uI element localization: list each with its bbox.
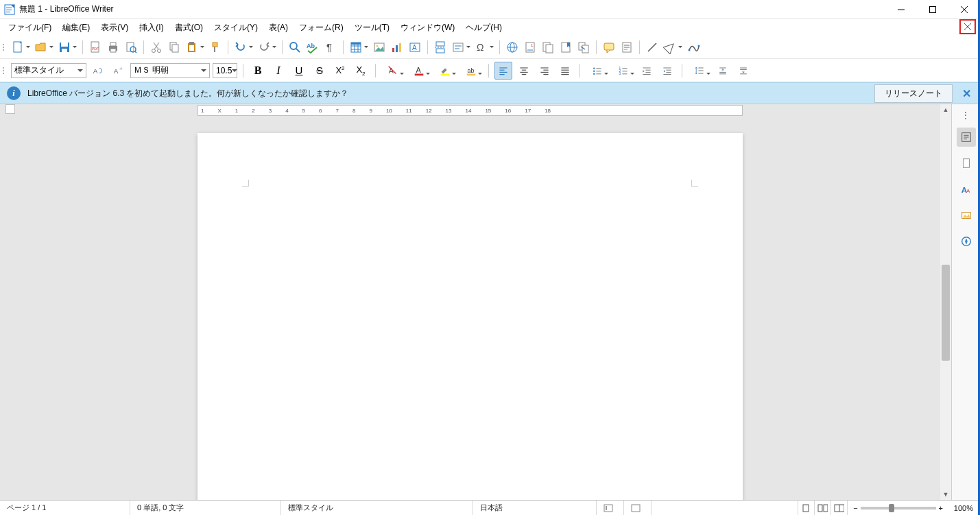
sidebar-styles-button[interactable]: AA <box>957 180 976 199</box>
menu-window[interactable]: ウィンドウ(W) <box>395 21 460 35</box>
menu-form[interactable]: フォーム(R) <box>294 21 349 35</box>
menu-edit[interactable]: 編集(E) <box>57 21 95 35</box>
comment-button[interactable] <box>601 39 617 56</box>
infobar-close-button[interactable]: ✕ <box>959 87 973 100</box>
hyperlink-button[interactable] <box>504 39 521 56</box>
clone-formatting-button[interactable] <box>207 39 224 56</box>
maximize-button[interactable] <box>917 0 948 19</box>
sidebar-gallery-button[interactable] <box>957 206 976 225</box>
basic-shapes-button[interactable] <box>662 39 684 56</box>
document-scroll-area[interactable] <box>0 117 940 500</box>
strikethrough-button[interactable]: S <box>311 62 328 80</box>
insert-textbox-button[interactable]: A <box>407 39 423 56</box>
status-word-count[interactable]: 0 単語, 0 文字 <box>130 501 281 515</box>
document-page[interactable] <box>198 133 743 500</box>
redo-button[interactable] <box>256 39 278 56</box>
copy-button[interactable] <box>166 39 182 56</box>
formatting-marks-button[interactable]: ¶ <box>322 39 339 56</box>
status-signature[interactable] <box>652 501 798 515</box>
insert-chart-button[interactable] <box>389 39 405 56</box>
document-close-button[interactable] <box>959 19 976 34</box>
draw-functions-button[interactable] <box>685 39 702 56</box>
zoom-slider[interactable] <box>861 507 936 510</box>
cross-reference-button[interactable] <box>575 39 592 56</box>
release-notes-button[interactable]: リリースノート <box>874 84 953 103</box>
status-view-book-button[interactable] <box>831 501 848 515</box>
menu-style[interactable]: スタイル(Y) <box>208 21 263 35</box>
status-view-multi-button[interactable] <box>815 501 831 515</box>
menu-file[interactable]: ファイル(F) <box>3 21 57 35</box>
print-preview-button[interactable] <box>123 39 139 56</box>
paragraph-style-combo[interactable]: 標準スタイル <box>11 63 86 78</box>
paste-button[interactable] <box>184 39 206 56</box>
number-list-button[interactable]: 123 <box>612 62 635 80</box>
clear-formatting-button[interactable]: A <box>381 62 405 80</box>
underline-button[interactable]: U <box>290 62 308 80</box>
track-changes-button[interactable] <box>619 39 635 56</box>
font-color-button[interactable]: A <box>407 62 431 80</box>
undo-button[interactable] <box>232 39 254 56</box>
line-spacing-button[interactable] <box>688 62 711 80</box>
sidebar-settings-icon[interactable]: ⋮ <box>961 110 971 121</box>
align-justify-button[interactable] <box>556 62 574 80</box>
update-style-button[interactable]: A <box>89 62 107 80</box>
menu-table[interactable]: 表(A) <box>263 21 294 35</box>
insert-endnote-button[interactable] <box>540 39 556 56</box>
zoom-percent[interactable]: 100% <box>948 501 980 515</box>
increase-indent-button[interactable] <box>638 62 656 80</box>
font-name-combo[interactable]: ＭＳ 明朝 <box>130 63 210 78</box>
subscript-button[interactable]: X2 <box>352 62 370 80</box>
scroll-up-button[interactable]: ▲ <box>940 104 951 115</box>
scroll-down-button[interactable]: ▼ <box>940 489 951 500</box>
align-right-button[interactable] <box>536 62 553 80</box>
scroll-track[interactable] <box>940 115 951 489</box>
menu-help[interactable]: ヘルプ(H) <box>460 21 507 35</box>
page-break-button[interactable] <box>432 39 449 56</box>
zoom-out-button[interactable]: − <box>853 504 857 512</box>
highlight-button[interactable] <box>433 62 457 80</box>
footnote-button[interactable]: 1 <box>522 39 538 56</box>
special-char-button[interactable]: Ω <box>473 39 495 56</box>
insert-table-button[interactable] <box>348 39 370 56</box>
status-insert-mode[interactable] <box>597 501 624 515</box>
decrease-para-spacing-button[interactable] <box>734 62 752 80</box>
scroll-thumb[interactable] <box>942 265 950 361</box>
menu-format[interactable]: 書式(O) <box>169 21 208 35</box>
italic-button[interactable]: I <box>270 62 287 80</box>
menu-tools[interactable]: ツール(T) <box>349 21 395 35</box>
superscript-button[interactable]: X2 <box>331 62 349 80</box>
cut-button[interactable] <box>148 39 165 56</box>
bookmark-button[interactable] <box>558 39 574 56</box>
sidebar-page-button[interactable] <box>957 154 976 173</box>
menu-insert[interactable]: 挿入(I) <box>134 21 169 35</box>
new-button[interactable] <box>10 39 32 56</box>
toolbar-handle[interactable] <box>3 63 7 78</box>
save-button[interactable] <box>56 39 78 56</box>
align-center-button[interactable] <box>515 62 533 80</box>
align-left-button[interactable] <box>494 62 512 80</box>
status-language[interactable]: 日本語 <box>473 501 597 515</box>
bold-button[interactable]: B <box>249 62 267 80</box>
font-size-combo[interactable]: 10.5 <box>213 63 237 78</box>
close-button[interactable] <box>948 0 980 19</box>
new-style-button[interactable]: A+ <box>110 62 128 80</box>
print-button[interactable] <box>105 39 121 56</box>
char-highlight-button[interactable]: ab <box>459 62 483 80</box>
insert-field-button[interactable] <box>450 39 472 56</box>
find-replace-button[interactable] <box>287 39 303 56</box>
toolbar-handle[interactable] <box>3 40 7 55</box>
vertical-scrollbar[interactable]: ▲ ▼ <box>940 104 951 500</box>
bullet-list-button[interactable] <box>586 62 609 80</box>
export-pdf-button[interactable]: PDF <box>87 39 104 56</box>
open-button[interactable] <box>33 39 55 56</box>
minimize-button[interactable] <box>885 0 917 19</box>
status-selection-mode[interactable] <box>624 501 652 515</box>
horizontal-ruler[interactable]: 1X123456789101112131415161718 <box>0 104 940 117</box>
insert-image-button[interactable] <box>371 39 387 56</box>
insert-line-button[interactable] <box>644 39 660 56</box>
menu-view[interactable]: 表示(V) <box>95 21 134 35</box>
status-style[interactable]: 標準スタイル <box>281 501 473 515</box>
sidebar-properties-button[interactable] <box>957 128 976 147</box>
decrease-indent-button[interactable] <box>658 62 676 80</box>
increase-para-spacing-button[interactable] <box>714 62 732 80</box>
